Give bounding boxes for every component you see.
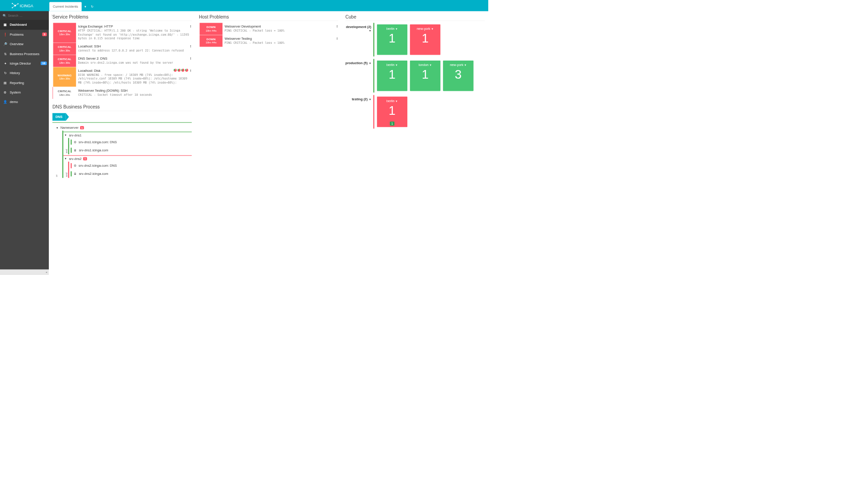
state-ts: 18m 39s (59, 61, 70, 64)
cube-cell-count: 3 (455, 67, 462, 81)
nav-business-processes[interactable]: ⇅Business Processes (0, 49, 49, 58)
cube-cell-name: new-york▼ (450, 63, 467, 67)
cube-cell-count: 1 (389, 31, 396, 45)
filter-icon: ▼ (369, 29, 372, 32)
tab-dropdown-icon[interactable]: ▾ (82, 2, 89, 11)
cube-cell-london[interactable]: london▼1 (410, 61, 441, 91)
nav-problems[interactable]: ❗Problems5 (0, 29, 49, 39)
problem-output: HTTP CRITICAL: HTTP/1.1 200 OK - string … (78, 29, 190, 41)
bp-label: srv-dns1 (69, 133, 81, 137)
urgent-icon: ! (337, 24, 338, 28)
svg-line-4 (12, 4, 15, 6)
tab-refresh-icon[interactable]: ↻ (89, 2, 96, 11)
problem-output: connect to address 127.0.0.2 and port 22… (78, 49, 190, 53)
filter-icon: ▼ (429, 64, 432, 66)
svg-line-6 (15, 4, 18, 5)
cube-group-label[interactable]: testing (2) ▼ (345, 95, 373, 101)
sidebar: ICINGA 🔍 ✕ ▦Dashboard❗Problems5🔎Overview… (0, 0, 49, 275)
bp-root-tab[interactable]: DNS (52, 113, 66, 121)
problem-row[interactable]: WARNING18m 39s!Localhost: DiskDISK WARNI… (52, 67, 192, 87)
problem-title: Webserver Testing (DOWN): SSH (78, 89, 190, 92)
bp-leaf-service[interactable]: ⚙srv-dns1.icinga.com: DNS (69, 138, 192, 146)
bp-node-srv1: ▼ srv-dns1 and ⚙srv-dns1.icinga.com: DNS… (63, 131, 192, 154)
host-icon: 🖥 (74, 148, 77, 152)
nav-icon: 👤 (3, 100, 8, 103)
nav-badge: 18 (41, 61, 47, 65)
caret-down-icon: ▼ (64, 134, 67, 136)
nav-icon: ▦ (3, 23, 8, 26)
problem-title: Webserver Development (225, 24, 336, 28)
state-label: CRITICAL (58, 89, 71, 93)
bp-row-srv1[interactable]: ▼ srv-dns1 (63, 132, 192, 138)
cube-group-label[interactable]: development (2) ▼ (345, 23, 373, 33)
bp-leaf-label: srv-dns1.icinga.com: DNS (79, 140, 117, 144)
problem-body: !Webserver DevelopmentPING CRITICAL - Pa… (222, 23, 338, 35)
cube-cell-berlin[interactable]: berlin▼11 (377, 97, 408, 127)
state-label: WARNING (57, 74, 71, 77)
nav-overview[interactable]: 🔎Overview (0, 39, 49, 49)
state-ts: 18m 44s (206, 41, 217, 44)
nav-label: History (9, 71, 20, 75)
nav-history[interactable]: ↻History (0, 68, 49, 78)
bp-count-badge: 1 (80, 126, 84, 129)
nav-demo[interactable]: 👤demo (0, 97, 49, 107)
problem-row[interactable]: DOWN18m 44s!Webserver TestingPING CRITIC… (199, 35, 338, 47)
bp-row-nameserver[interactable]: ▼ Nameserver 1 (55, 125, 192, 131)
nav-reporting[interactable]: ▤Reporting (0, 78, 49, 87)
cube-cell-count: 1 (422, 31, 429, 45)
problem-row[interactable]: CRITICAL18m 39s!Icinga Exchange: HTTPHTT… (52, 23, 192, 43)
cube-cell-new-york[interactable]: new-york▼3 (443, 61, 474, 91)
bp-label: srv-dns2 (69, 157, 81, 160)
nav-icinga-director[interactable]: ✦Icinga Director18 (0, 58, 49, 68)
problem-row[interactable]: CRITICAL18m 29sWebserver Testing (DOWN):… (52, 87, 192, 99)
cube-group: testing (2) ▼berlin▼11 (345, 95, 485, 128)
bp-node-nameserver: ▼ Nameserver 1 or ▼ srv (52, 122, 192, 178)
nav-icon: ⇅ (3, 52, 8, 55)
problem-row[interactable]: CRITICAL18m 39s!DNS Server 2: DNSDomain … (52, 55, 192, 67)
logo[interactable]: ICINGA (0, 0, 49, 11)
host-problems-heading: Host Problems (199, 14, 338, 21)
bp-leaf-host[interactable]: 🖥srv-dns1.icinga.com (69, 146, 192, 154)
cube-cell-berlin[interactable]: berlin▼1 (377, 61, 408, 91)
tab-current-incidents[interactable]: Current Incidents (49, 2, 81, 11)
bp-leaves: ⚙srv-dns2.icinga.com: DNS 🖥srv-dns2.icin… (68, 162, 192, 178)
service-problems-heading: Service Problems (52, 14, 192, 21)
urgent-icon: ! (190, 24, 191, 28)
problem-row[interactable]: CRITICAL18m 39s!Localhost: SSHconnect to… (52, 43, 192, 55)
cube-cell-name: new-york▼ (417, 27, 434, 31)
state-box: DOWN18m 44s (200, 23, 223, 35)
nav-label: Business Processes (9, 52, 39, 55)
bp-leaf-label: srv-dns2.icinga.com: DNS (79, 164, 117, 167)
search-input[interactable] (8, 14, 51, 17)
cube-cell-sub: 1 (390, 122, 395, 126)
cube-cell-berlin[interactable]: berlin▼1 (377, 24, 408, 55)
bp-leaf-host[interactable]: 🖥srv-dns2.icinga.com (69, 170, 192, 178)
problem-body: !Localhost: DiskDISK WARNING - free spac… (76, 67, 192, 87)
problem-output: Domain srv-dns2.icinga.com was not found… (78, 61, 190, 65)
cube-group: production (5) ▼berlin▼1london▼1new-york… (345, 59, 485, 93)
nav-dashboard[interactable]: ▦Dashboard (0, 20, 49, 29)
sidebar-collapse[interactable]: « (0, 269, 49, 274)
cube-cell-count: 1 (422, 67, 429, 81)
caret-down-icon: ▼ (64, 157, 67, 160)
cube-group-label[interactable]: production (5) ▼ (345, 59, 373, 65)
cube-cell-name: berlin▼ (387, 63, 398, 67)
state-ts: 18m 44s (206, 29, 217, 32)
state-box: CRITICAL18m 29s (53, 87, 76, 99)
search-row: 🔍 ✕ (0, 11, 49, 20)
nav-icon: 🔎 (3, 42, 8, 46)
cube-cell-new-york[interactable]: new-york▼1 (410, 24, 441, 55)
nav-label: Icinga Director (9, 61, 31, 65)
urgent-icon: ! (190, 69, 191, 72)
bp-row-srv2[interactable]: ▼ srv-dns2 1 (63, 156, 192, 162)
problem-output: CRITICAL - Socket timeout after 10 secon… (78, 93, 190, 97)
state-box: WARNING18m 39s (53, 67, 76, 87)
nav-system[interactable]: ⚙System (0, 88, 49, 97)
nav-label: System (9, 90, 20, 94)
state-ts: 18m 39s (59, 33, 70, 36)
problem-row[interactable]: DOWN18m 44s!Webserver DevelopmentPING CR… (199, 23, 338, 35)
bp-leaf-service[interactable]: ⚙srv-dns2.icinga.com: DNS (69, 162, 192, 170)
bp-count-badge: 1 (83, 157, 87, 160)
problem-body: !DNS Server 2: DNSDomain srv-dns2.icinga… (76, 55, 192, 67)
problem-body: !Localhost: SSHconnect to address 127.0.… (76, 43, 192, 55)
